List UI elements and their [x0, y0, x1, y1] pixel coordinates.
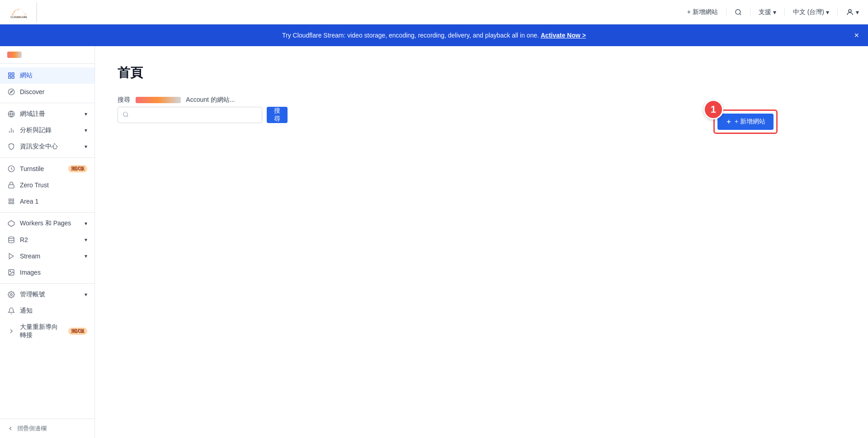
sidebar-item-workers[interactable]: Workers 和 Pages ▾ [0, 215, 94, 232]
svg-rect-7 [9, 76, 11, 78]
search-form-label: 搜尋 Account 的網站... [118, 96, 288, 104]
stream-icon [7, 252, 15, 260]
sidebar-item-domain-reg[interactable]: 網域註冊 ▾ [0, 106, 94, 122]
sidebar-item-websites[interactable]: 網站 [0, 67, 94, 84]
account-bar[interactable] [7, 52, 87, 58]
turnstile-beta-badge: 測試版 [68, 165, 87, 172]
sidebar-item-stream[interactable]: Stream ▾ [0, 248, 94, 264]
top-add-site-button[interactable]: + 新增網站 [687, 8, 718, 16]
svg-point-9 [8, 89, 14, 95]
promo-banner: Try Cloudflare Stream: video storage, en… [0, 24, 868, 46]
shield-icon [7, 143, 15, 151]
language-menu-button[interactable]: 中文 (台灣) ▾ [793, 8, 829, 16]
sidebar-label-workers: Workers 和 Pages [20, 219, 80, 228]
add-site-button[interactable]: + 新增網站 [717, 114, 774, 130]
sidebar-item-security[interactable]: 資訊安全中心 ▾ [0, 138, 94, 155]
images-icon [7, 268, 15, 276]
page-title: 首頁 [118, 64, 845, 81]
chevron-down-icon: ▾ [85, 111, 87, 117]
top-nav-right: + 新增網站 支援 ▾ 中文 (台灣) ▾ ▾ [687, 8, 859, 17]
sidebar-label-security: 資訊安全中心 [20, 143, 80, 151]
sidebar-item-analytics[interactable]: 分析與記錄 ▾ [0, 122, 94, 138]
sidebar-item-bulk-redirect[interactable]: 大量重新導向轉接 測試版 [0, 319, 94, 343]
banner-text: Try Cloudflare Stream: video storage, en… [282, 32, 539, 39]
sidebar-label-domain-reg: 網域註冊 [20, 110, 80, 118]
top-search-button[interactable] [735, 9, 742, 16]
search-row: 搜尋 [118, 107, 288, 123]
grid-icon [7, 71, 15, 80]
main-layout: 網站 Discover [0, 46, 868, 438]
search-button-label: 搜尋 [274, 107, 280, 123]
sidebar-account [0, 46, 94, 64]
sidebar-label-turnstile: Turnstile [20, 165, 62, 172]
nav-divider [726, 8, 726, 17]
banner-activate-link[interactable]: Activate Now > [541, 32, 586, 39]
chevron-left-icon [7, 425, 14, 432]
sidebar-item-notifications[interactable]: 通知 [0, 303, 94, 319]
chevron-down-icon-4: ▾ [85, 220, 87, 227]
chart-icon [7, 126, 15, 134]
sidebar-label-area1: Area 1 [20, 198, 87, 205]
bulk-redirect-beta-badge: 測試版 [68, 328, 87, 335]
compass-icon [7, 88, 15, 96]
sidebar-divider-4 [0, 283, 94, 284]
settings-icon [7, 290, 15, 299]
account-avatar [7, 52, 22, 58]
turnstile-icon [7, 165, 15, 173]
content-area: 首頁 搜尋 Account 的網站... [95, 46, 868, 438]
search-icon [735, 9, 742, 16]
svg-point-17 [10, 271, 11, 272]
chevron-down-icon-3: ▾ [85, 143, 87, 150]
annotation-area: 1 + 新增網站 [713, 110, 778, 134]
svg-marker-13 [8, 220, 14, 226]
zerotrust-icon [7, 181, 15, 189]
chevron-down-icon-6: ▾ [85, 253, 87, 259]
sidebar-divider-1 [0, 103, 94, 103]
support-menu-button[interactable]: 支援 ▾ [759, 8, 776, 16]
sidebar-label-bulk-redirect: 大量重新導向轉接 [20, 323, 62, 339]
redirect-icon [7, 327, 15, 335]
sidebar: 網站 Discover [0, 46, 95, 438]
sidebar-label-images: Images [20, 269, 87, 276]
sidebar-item-manage-account[interactable]: 管理帳號 ▾ [0, 286, 94, 303]
cloudflare-logo: CLOUDFLARE [9, 2, 29, 22]
sidebar-nav: 網站 Discover [0, 64, 94, 419]
user-menu-button[interactable]: ▾ [846, 8, 859, 16]
search-input-icon [123, 111, 129, 119]
sidebar-divider-3 [0, 212, 94, 213]
search-input-wrapper [118, 107, 262, 123]
banner-close-button[interactable]: × [854, 31, 859, 39]
add-site-label: + 新增網站 [735, 118, 765, 126]
sidebar-item-images[interactable]: Images [0, 264, 94, 281]
svg-marker-15 [9, 253, 13, 259]
language-chevron: ▾ [826, 9, 829, 16]
area1-icon [7, 197, 15, 205]
sidebar-item-turnstile[interactable]: Turnstile 測試版 [0, 161, 94, 177]
support-label: 支援 [759, 8, 771, 16]
sidebar-label-notifications: 通知 [20, 307, 87, 315]
sidebar-item-zero-trust[interactable]: Zero Trust [0, 177, 94, 193]
sidebar-collapse-button[interactable]: 摺疊側邊欄 [0, 419, 94, 438]
sidebar-divider-2 [0, 157, 94, 158]
svg-rect-12 [9, 185, 14, 188]
sidebar-item-r2[interactable]: R2 ▾ [0, 232, 94, 248]
top-nav: CLOUDFLARE + 新增網站 支援 ▾ 中文 (台灣) ▾ ▾ [0, 0, 868, 24]
plus-icon [726, 119, 732, 125]
user-icon [846, 8, 854, 16]
support-chevron: ▾ [773, 9, 776, 16]
sidebar-label-r2: R2 [20, 236, 80, 243]
annotation-number-badge: 1 [703, 100, 723, 119]
search-input[interactable] [132, 111, 257, 119]
sidebar-item-area1[interactable]: Area 1 [0, 193, 94, 209]
search-button[interactable]: 搜尋 [267, 107, 288, 123]
svg-text:CLOUDFLARE: CLOUDFLARE [10, 16, 27, 19]
search-sublabel-text: Account 的網站... [186, 96, 235, 103]
nav-divider-3 [784, 8, 785, 17]
top-nav-left: CLOUDFLARE [9, 2, 37, 22]
sidebar-label-stream: Stream [20, 252, 80, 260]
search-form: 搜尋 Account 的網站... [118, 96, 288, 123]
bell-icon [7, 307, 15, 315]
chevron-down-icon-5: ▾ [85, 237, 87, 243]
sidebar-item-discover[interactable]: Discover [0, 84, 94, 100]
nav-divider-4 [837, 8, 838, 17]
